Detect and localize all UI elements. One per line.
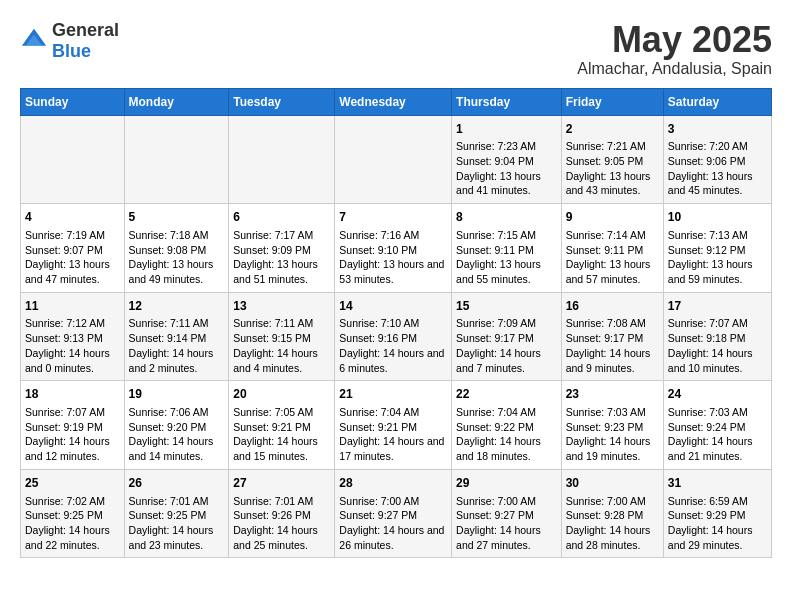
sunset-text: Sunset: 9:07 PM (25, 244, 103, 256)
day-number: 8 (456, 209, 557, 226)
sunrise-text: Sunrise: 7:07 AM (668, 317, 748, 329)
sunset-text: Sunset: 9:21 PM (339, 421, 417, 433)
sunrise-text: Sunrise: 7:00 AM (456, 495, 536, 507)
sunrise-text: Sunrise: 7:04 AM (456, 406, 536, 418)
day-number: 4 (25, 209, 120, 226)
calendar-cell: 29 Sunrise: 7:00 AM Sunset: 9:27 PM Dayl… (452, 469, 562, 558)
sunset-text: Sunset: 9:26 PM (233, 509, 311, 521)
calendar-week-row: 25 Sunrise: 7:02 AM Sunset: 9:25 PM Dayl… (21, 469, 772, 558)
sunset-text: Sunset: 9:23 PM (566, 421, 644, 433)
sunrise-text: Sunrise: 7:06 AM (129, 406, 209, 418)
calendar-cell: 12 Sunrise: 7:11 AM Sunset: 9:14 PM Dayl… (124, 292, 229, 381)
day-number: 19 (129, 386, 225, 403)
daylight-text: Daylight: 13 hours and 41 minutes. (456, 170, 541, 197)
sunset-text: Sunset: 9:24 PM (668, 421, 746, 433)
sunset-text: Sunset: 9:11 PM (456, 244, 534, 256)
calendar-cell: 31 Sunrise: 6:59 AM Sunset: 9:29 PM Dayl… (663, 469, 771, 558)
calendar-subtitle: Almachar, Andalusia, Spain (577, 60, 772, 78)
day-number: 21 (339, 386, 447, 403)
sunrise-text: Sunrise: 7:11 AM (233, 317, 313, 329)
calendar-cell: 27 Sunrise: 7:01 AM Sunset: 9:26 PM Dayl… (229, 469, 335, 558)
daylight-text: Daylight: 14 hours and 25 minutes. (233, 524, 318, 551)
daylight-text: Daylight: 13 hours and 49 minutes. (129, 258, 214, 285)
sunset-text: Sunset: 9:06 PM (668, 155, 746, 167)
sunrise-text: Sunrise: 7:04 AM (339, 406, 419, 418)
calendar-cell: 8 Sunrise: 7:15 AM Sunset: 9:11 PM Dayli… (452, 204, 562, 293)
sunset-text: Sunset: 9:13 PM (25, 332, 103, 344)
sunset-text: Sunset: 9:09 PM (233, 244, 311, 256)
sunset-text: Sunset: 9:22 PM (456, 421, 534, 433)
daylight-text: Daylight: 14 hours and 17 minutes. (339, 435, 444, 462)
daylight-text: Daylight: 14 hours and 27 minutes. (456, 524, 541, 551)
daylight-text: Daylight: 14 hours and 19 minutes. (566, 435, 651, 462)
daylight-text: Daylight: 14 hours and 23 minutes. (129, 524, 214, 551)
calendar-week-row: 18 Sunrise: 7:07 AM Sunset: 9:19 PM Dayl… (21, 381, 772, 470)
calendar-cell: 9 Sunrise: 7:14 AM Sunset: 9:11 PM Dayli… (561, 204, 663, 293)
calendar-cell: 22 Sunrise: 7:04 AM Sunset: 9:22 PM Dayl… (452, 381, 562, 470)
calendar-cell: 7 Sunrise: 7:16 AM Sunset: 9:10 PM Dayli… (335, 204, 452, 293)
calendar-header: SundayMondayTuesdayWednesdayThursdayFrid… (21, 88, 772, 115)
sunrise-text: Sunrise: 7:23 AM (456, 140, 536, 152)
day-number: 16 (566, 298, 659, 315)
sunrise-text: Sunrise: 7:11 AM (129, 317, 209, 329)
sunset-text: Sunset: 9:19 PM (25, 421, 103, 433)
day-number: 6 (233, 209, 330, 226)
daylight-text: Daylight: 13 hours and 53 minutes. (339, 258, 444, 285)
sunset-text: Sunset: 9:17 PM (456, 332, 534, 344)
sunrise-text: Sunrise: 7:19 AM (25, 229, 105, 241)
calendar-cell: 19 Sunrise: 7:06 AM Sunset: 9:20 PM Dayl… (124, 381, 229, 470)
sunrise-text: Sunrise: 7:20 AM (668, 140, 748, 152)
sunrise-text: Sunrise: 7:05 AM (233, 406, 313, 418)
daylight-text: Daylight: 14 hours and 26 minutes. (339, 524, 444, 551)
sunset-text: Sunset: 9:21 PM (233, 421, 311, 433)
calendar-cell: 5 Sunrise: 7:18 AM Sunset: 9:08 PM Dayli… (124, 204, 229, 293)
days-of-week-row: SundayMondayTuesdayWednesdayThursdayFrid… (21, 88, 772, 115)
daylight-text: Daylight: 14 hours and 9 minutes. (566, 347, 651, 374)
sunset-text: Sunset: 9:10 PM (339, 244, 417, 256)
day-number: 15 (456, 298, 557, 315)
sunrise-text: Sunrise: 7:02 AM (25, 495, 105, 507)
sunrise-text: Sunrise: 7:08 AM (566, 317, 646, 329)
sunrise-text: Sunrise: 7:00 AM (339, 495, 419, 507)
daylight-text: Daylight: 13 hours and 51 minutes. (233, 258, 318, 285)
sunrise-text: Sunrise: 7:10 AM (339, 317, 419, 329)
sunset-text: Sunset: 9:27 PM (339, 509, 417, 521)
daylight-text: Daylight: 14 hours and 22 minutes. (25, 524, 110, 551)
calendar-cell: 15 Sunrise: 7:09 AM Sunset: 9:17 PM Dayl… (452, 292, 562, 381)
calendar-week-row: 4 Sunrise: 7:19 AM Sunset: 9:07 PM Dayli… (21, 204, 772, 293)
day-number: 13 (233, 298, 330, 315)
sunrise-text: Sunrise: 7:00 AM (566, 495, 646, 507)
daylight-text: Daylight: 14 hours and 2 minutes. (129, 347, 214, 374)
daylight-text: Daylight: 13 hours and 59 minutes. (668, 258, 753, 285)
sunrise-text: Sunrise: 7:17 AM (233, 229, 313, 241)
daylight-text: Daylight: 14 hours and 4 minutes. (233, 347, 318, 374)
sunset-text: Sunset: 9:25 PM (25, 509, 103, 521)
day-number: 27 (233, 475, 330, 492)
sunrise-text: Sunrise: 7:18 AM (129, 229, 209, 241)
calendar-cell (124, 115, 229, 204)
sunrise-text: Sunrise: 7:09 AM (456, 317, 536, 329)
calendar-cell: 6 Sunrise: 7:17 AM Sunset: 9:09 PM Dayli… (229, 204, 335, 293)
calendar-cell: 2 Sunrise: 7:21 AM Sunset: 9:05 PM Dayli… (561, 115, 663, 204)
day-number: 31 (668, 475, 767, 492)
logo-text: General Blue (52, 20, 119, 62)
sunrise-text: Sunrise: 7:16 AM (339, 229, 419, 241)
page-header: General Blue May 2025 Almachar, Andalusi… (20, 20, 772, 78)
sunset-text: Sunset: 9:11 PM (566, 244, 644, 256)
day-of-week-header: Saturday (663, 88, 771, 115)
sunrise-text: Sunrise: 7:21 AM (566, 140, 646, 152)
day-of-week-header: Thursday (452, 88, 562, 115)
logo-icon (20, 27, 48, 55)
calendar-cell: 3 Sunrise: 7:20 AM Sunset: 9:06 PM Dayli… (663, 115, 771, 204)
sunrise-text: Sunrise: 7:15 AM (456, 229, 536, 241)
day-number: 23 (566, 386, 659, 403)
sunset-text: Sunset: 9:20 PM (129, 421, 207, 433)
calendar-cell: 18 Sunrise: 7:07 AM Sunset: 9:19 PM Dayl… (21, 381, 125, 470)
sunset-text: Sunset: 9:29 PM (668, 509, 746, 521)
sunset-text: Sunset: 9:18 PM (668, 332, 746, 344)
daylight-text: Daylight: 14 hours and 15 minutes. (233, 435, 318, 462)
sunset-text: Sunset: 9:17 PM (566, 332, 644, 344)
day-number: 7 (339, 209, 447, 226)
calendar-cell (335, 115, 452, 204)
calendar-cell: 21 Sunrise: 7:04 AM Sunset: 9:21 PM Dayl… (335, 381, 452, 470)
